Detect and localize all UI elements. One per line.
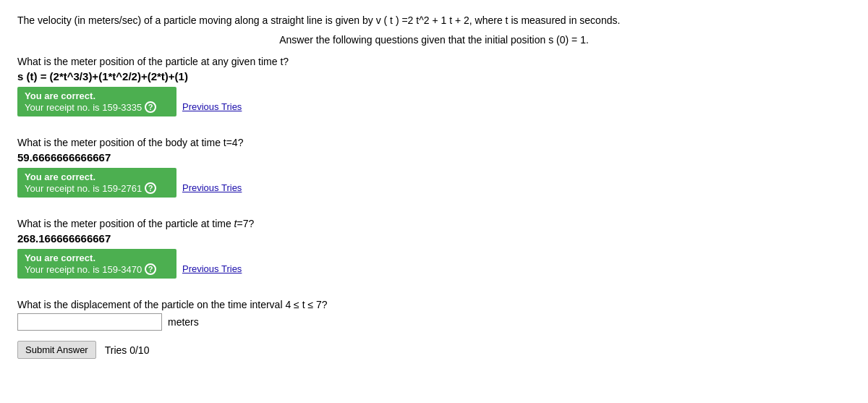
q1-correct-box: You are correct. Your receipt no. is 159… — [17, 87, 176, 116]
q1-receipt: Your receipt no. is 159-3335 — [25, 102, 142, 113]
q1-help-icon[interactable]: ? — [145, 101, 156, 113]
tries-label: Tries 0/10 — [105, 344, 150, 356]
displacement-input[interactable] — [17, 313, 162, 331]
q2-correct-box: You are correct. Your receipt no. is 159… — [17, 168, 176, 198]
q3-correct-label: You are correct. — [25, 253, 169, 263]
footer-row: Submit Answer Tries 0/10 — [17, 341, 851, 359]
q3-answer: 268.166666666667 — [17, 232, 851, 245]
q2-help-icon[interactable]: ? — [145, 182, 156, 194]
q2-correct-label: You are correct. — [25, 171, 169, 182]
q1-answer: s (t) = (2*t^3/3)+(1*t^2/2)+(2*t)+(1) — [17, 70, 851, 82]
q1-correct-label: You are correct. — [25, 90, 169, 101]
q4-text: What is the displacement of the particle… — [17, 299, 851, 310]
meters-label: meters — [168, 316, 199, 328]
q3-prev-tries-link[interactable]: Previous Tries — [182, 263, 242, 274]
q3-help-icon[interactable]: ? — [145, 263, 156, 275]
q3-correct-box: You are correct. Your receipt no. is 159… — [17, 249, 176, 279]
q3-text: What is the meter position of the partic… — [17, 218, 851, 229]
q2-receipt: Your receipt no. is 159-2761 — [25, 183, 142, 194]
initial-condition: Answer the following questions given tha… — [17, 34, 851, 46]
q2-answer: 59.6666666666667 — [17, 151, 851, 164]
intro-text: The velocity (in meters/sec) of a partic… — [17, 13, 851, 28]
q2-prev-tries-link[interactable]: Previous Tries — [182, 182, 242, 193]
q3-receipt: Your receipt no. is 159-3470 — [25, 264, 142, 275]
submit-button[interactable]: Submit Answer — [17, 341, 96, 359]
q1-prev-tries-link[interactable]: Previous Tries — [182, 101, 242, 112]
q1-text: What is the meter position of the partic… — [17, 56, 851, 67]
q2-text: What is the meter position of the body a… — [17, 137, 851, 148]
